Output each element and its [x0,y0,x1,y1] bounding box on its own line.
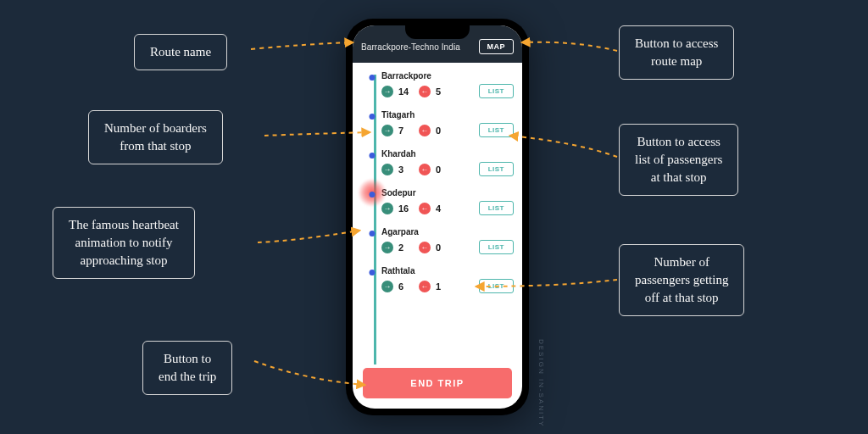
annotation-route-name: Route name [134,34,227,70]
alighters-count: 5 [436,86,451,97]
watermark-text: DESIGN IN-SANITY [537,339,545,427]
boarders-icon: → [381,164,393,175]
stop-name: Barrackpore [373,71,514,81]
alighters-count: 0 [436,125,451,136]
stop-item: Titagarh→7←0LIST [373,110,514,137]
boarders-count: 16 [398,203,414,214]
stop-counts-row: →6←1LIST [373,279,514,293]
list-button[interactable]: LIST [479,123,514,137]
list-button[interactable]: LIST [479,84,514,98]
alighters-count: 4 [436,203,451,214]
annotation-list-btn: Button to access list of passengers at t… [619,124,738,196]
timeline-dot [370,114,376,120]
stop-name: Agarpara [373,227,514,236]
boarders-icon: → [381,281,393,292]
timeline-dot [370,75,376,81]
stop-item: Agarpara→2←0LIST [373,227,514,254]
stop-counts-row: →7←0LIST [373,123,514,137]
alighters-icon: ← [419,281,431,292]
map-button[interactable]: MAP [479,39,515,54]
stop-counts-row: →14←5LIST [373,84,514,98]
boarders-count: 14 [398,86,414,97]
alighters-count: 0 [436,242,451,253]
alighters-count: 1 [436,281,451,292]
list-button[interactable]: LIST [479,201,514,215]
timeline-dot [370,231,376,236]
annotation-alighters: Number of passengers getting off at that… [619,244,744,316]
alighters-count: 0 [436,164,451,175]
boarders-icon: → [381,242,393,253]
boarders-icon: → [381,203,393,214]
boarders-count: 7 [398,125,414,136]
stop-name: Khardah [373,149,514,159]
stop-name: Sodepur [373,188,514,198]
stop-item: Barrackpore→14←5LIST [373,71,514,98]
stop-item: Sodepur→16←4LIST [373,188,514,215]
list-button[interactable]: LIST [479,240,514,254]
annotation-map-btn: Button to access route map [619,25,734,80]
annotation-boarders: Number of boarders from that stop [88,110,223,164]
stop-item: Khardah→3←0LIST [373,149,514,176]
stops-list: Barrackpore→14←5LISTTitagarh→7←0LISTKhar… [353,63,522,364]
annotation-heartbeat: The famous heartbeat animation to notify… [53,207,195,279]
boarders-icon: → [381,125,393,136]
route-name: Barrackpore-Techno India [361,42,460,52]
phone-screen: Barrackpore-Techno India MAP Barrackpore… [353,25,522,409]
timeline-dot [370,192,376,198]
boarders-icon: → [381,86,393,97]
alighters-icon: ← [419,164,431,175]
alighters-icon: ← [419,125,431,136]
alighters-icon: ← [419,242,431,253]
alighters-icon: ← [419,203,431,214]
stop-name: Titagarh [373,110,514,120]
boarders-count: 6 [398,281,414,292]
list-button[interactable]: LIST [479,162,514,176]
stop-counts-row: →3←0LIST [373,162,514,176]
timeline-dot [370,153,376,159]
timeline-dot [370,270,376,275]
stop-counts-row: →16←4LIST [373,201,514,215]
stop-item: Rathtala→6←1LIST [373,266,514,293]
stop-counts-row: →2←0LIST [373,240,514,254]
list-button[interactable]: LIST [479,279,514,293]
stop-name: Rathtala [373,266,514,275]
phone-notch [405,25,470,39]
annotation-end-trip: Button to end the trip [142,341,232,395]
alighters-icon: ← [419,86,431,97]
end-trip-button[interactable]: END TRIP [363,368,512,398]
boarders-count: 3 [398,164,414,175]
phone-frame: Barrackpore-Techno India MAP Barrackpore… [346,19,529,415]
boarders-count: 2 [398,242,414,253]
